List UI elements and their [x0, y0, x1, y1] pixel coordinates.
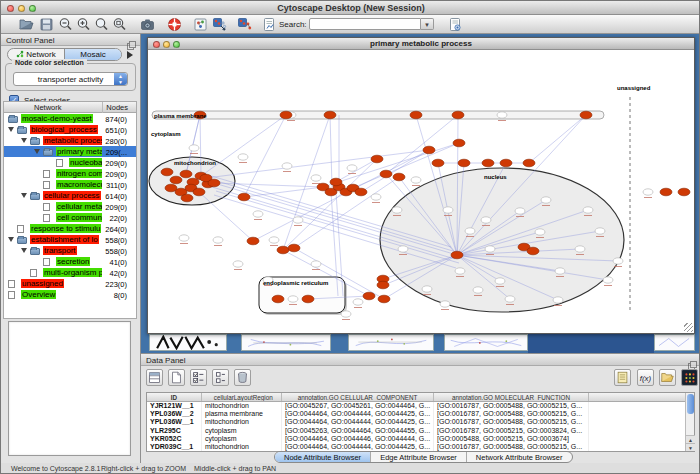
- new-attribute-icon[interactable]: [168, 369, 185, 386]
- node[interactable]: [555, 268, 565, 274]
- node[interactable]: [603, 277, 613, 283]
- node[interactable]: [535, 229, 545, 235]
- selected-node[interactable]: [280, 111, 292, 119]
- selected-node[interactable]: [288, 244, 300, 252]
- node[interactable]: [213, 237, 223, 243]
- node[interactable]: [189, 145, 199, 151]
- node[interactable]: [583, 207, 593, 213]
- selected-node[interactable]: [452, 111, 464, 119]
- selected-node[interactable]: [500, 159, 512, 167]
- node[interactable]: [497, 112, 507, 118]
- node[interactable]: [311, 175, 321, 181]
- selected-node[interactable]: [451, 251, 463, 259]
- node[interactable]: [253, 211, 263, 217]
- selected-node[interactable]: [410, 111, 422, 119]
- selected-node[interactable]: [208, 179, 220, 187]
- float-panel-icon[interactable]: [688, 356, 697, 365]
- selected-node[interactable]: [324, 111, 336, 119]
- selected-node[interactable]: [277, 246, 289, 254]
- selected-node[interactable]: [193, 188, 205, 196]
- tree-row[interactable]: macromolecule311(0): [4, 179, 136, 190]
- node[interactable]: [238, 154, 248, 160]
- background-window-fragment[interactable]: [348, 334, 434, 351]
- selected-node[interactable]: [238, 193, 250, 201]
- edge[interactable]: [244, 187, 323, 197]
- function-builder-icon[interactable]: f(x): [637, 369, 654, 386]
- scrollbar-thumb[interactable]: [687, 394, 694, 414]
- tree-row[interactable]: mosaic-demo-yeast874(0): [4, 113, 136, 124]
- expand-arrow-icon[interactable]: [21, 138, 27, 143]
- notepad-icon[interactable]: [614, 369, 631, 386]
- snapshot-icon[interactable]: [140, 17, 155, 32]
- column-header[interactable]: ID: [147, 393, 202, 401]
- edge[interactable]: [201, 115, 286, 176]
- node[interactable]: [575, 246, 585, 252]
- tree-row[interactable]: secretion41(0): [4, 256, 136, 267]
- selected-node[interactable]: [523, 159, 535, 167]
- selected-node[interactable]: [272, 295, 284, 303]
- select-attributes-icon[interactable]: [190, 369, 207, 386]
- help-icon[interactable]: [167, 17, 182, 32]
- selected-node[interactable]: [371, 155, 383, 163]
- search-options-icon[interactable]: [448, 17, 463, 32]
- selected-node[interactable]: [660, 188, 672, 196]
- scroll-up-icon[interactable]: ▲: [686, 435, 695, 443]
- node[interactable]: [553, 297, 563, 303]
- search-dropdown-icon[interactable]: ▼: [421, 18, 434, 30]
- table-scrollbar[interactable]: ▲ ▼: [685, 393, 694, 451]
- annotation-icon[interactable]: [262, 17, 277, 32]
- zoom-fit-icon[interactable]: [112, 17, 127, 32]
- birds-eye-view[interactable]: [8, 321, 131, 456]
- delete-attribute-icon[interactable]: [234, 369, 251, 386]
- tab-overflow-arrow-icon[interactable]: [127, 51, 133, 59]
- selected-node[interactable]: [302, 295, 314, 303]
- node[interactable]: [613, 258, 623, 264]
- tab-edge-attribute-browser[interactable]: Edge Attribute Browser: [370, 452, 466, 462]
- tab-network-attribute-browser[interactable]: Network Attribute Browser: [466, 452, 572, 462]
- open-file-icon[interactable]: [19, 17, 34, 32]
- zoom-selected-icon[interactable]: [94, 17, 109, 32]
- network-view-window[interactable]: primary metabolic process plasma membran…: [147, 37, 695, 334]
- table-row[interactable]: YDR039C__1mitochondrion[GO:0044464, GO:0…: [147, 443, 694, 451]
- expand-arrow-icon[interactable]: [8, 237, 14, 242]
- node[interactable]: [311, 261, 321, 267]
- search-input[interactable]: [309, 18, 421, 30]
- node[interactable]: [541, 197, 551, 203]
- column-header[interactable]: _cellularLayoutRegion: [202, 393, 282, 401]
- attribute-table[interactable]: ID_cellularLayoutRegionannotation.GO CEL…: [146, 392, 695, 452]
- tree-row[interactable]: transport558(0): [4, 245, 136, 256]
- attribute-table-icon[interactable]: [146, 369, 163, 386]
- tree-row[interactable]: unassigned223(0): [4, 278, 136, 289]
- node[interactable]: [293, 217, 303, 223]
- background-window-fragment[interactable]: [444, 334, 528, 351]
- compartment-plasma-membrane[interactable]: [152, 111, 604, 119]
- resize-grip[interactable]: [684, 323, 693, 332]
- node[interactable]: [422, 286, 432, 292]
- node[interactable]: [282, 163, 292, 169]
- expand-arrow-icon[interactable]: [21, 248, 27, 253]
- tree-row[interactable]: cellular metabol209(0): [4, 201, 136, 212]
- column-header[interactable]: annotation.GO MOLECULAR_FUNCTION: [434, 393, 589, 401]
- edge[interactable]: [330, 115, 332, 187]
- expand-arrow-icon[interactable]: [21, 193, 27, 198]
- node[interactable]: [341, 311, 351, 317]
- selected-node[interactable]: [527, 247, 539, 255]
- node[interactable]: [398, 246, 408, 252]
- tree-row[interactable]: cell communicat22(0): [4, 212, 136, 223]
- table-row[interactable]: YLR295Ccytoplasm[GO:0045263, GO:0044464,…: [147, 427, 694, 435]
- node[interactable]: [411, 177, 421, 183]
- node[interactable]: [505, 296, 515, 302]
- node[interactable]: [269, 237, 279, 243]
- edge[interactable]: [386, 115, 458, 174]
- tree-row[interactable]: Overview8(0): [4, 289, 136, 300]
- selected-node[interactable]: [330, 178, 342, 186]
- tab-node-attribute-browser[interactable]: Node Attribute Browser: [275, 452, 370, 462]
- node[interactable]: [485, 246, 495, 252]
- tree-row[interactable]: response to stimulu264(0): [4, 223, 136, 234]
- zoom-in-icon[interactable]: [76, 17, 91, 32]
- selected-node[interactable]: [181, 194, 193, 202]
- selected-node[interactable]: [170, 176, 182, 184]
- edge[interactable]: [283, 115, 330, 250]
- node[interactable]: [288, 296, 298, 302]
- table-row[interactable]: YJR121W__1mitochondrion[GO:0045267, GO:0…: [147, 402, 694, 410]
